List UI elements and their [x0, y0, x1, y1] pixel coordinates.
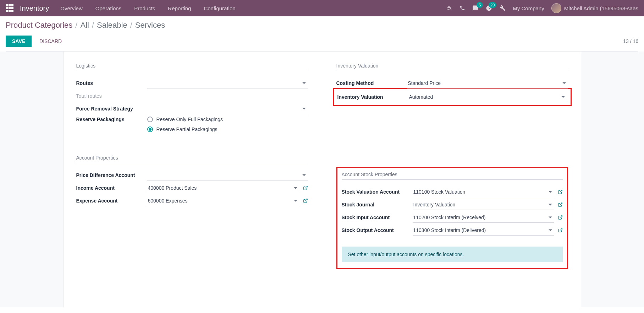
app-title[interactable]: Inventory [20, 4, 49, 12]
form-sheet: Logistics Routes Total routes Force Remo… [63, 52, 581, 307]
activities-badge: 29 [489, 2, 496, 8]
label-stock-journal: Stock Journal [342, 202, 413, 207]
costing-method-select[interactable]: Standard Price [407, 78, 568, 88]
reserve-packagings-radio-group: Reserve Only Full Packagings Reserve Par… [147, 117, 308, 132]
radio-reserve-full[interactable]: Reserve Only Full Packagings [147, 117, 308, 122]
section-account-properties: Account Properties [76, 155, 308, 163]
user-name: Mitchell Admin (15695063-saas [564, 5, 638, 11]
radio-icon [147, 117, 153, 122]
info-alert: Set other input/output accounts on speci… [342, 247, 563, 262]
top-navbar: Inventory Overview Operations Products R… [0, 0, 644, 16]
external-link-icon[interactable] [558, 215, 563, 220]
force-removal-select[interactable] [147, 104, 308, 114]
label-costing-method: Costing Method [336, 80, 407, 86]
section-logistics: Logistics [76, 63, 308, 71]
label-income-account: Income Account [76, 185, 147, 191]
label-force-removal: Force Removal Strategy [76, 106, 147, 112]
radio-icon [147, 126, 153, 132]
label-stock-valuation: Stock Valuation Account [342, 189, 413, 195]
control-panel: Product Categories / All / Saleable / Se… [0, 16, 644, 52]
save-button[interactable]: SAVE [6, 36, 32, 47]
external-link-icon[interactable] [558, 189, 563, 194]
avatar [551, 3, 561, 13]
pager[interactable]: 13 / 16 [623, 38, 638, 44]
tools-icon[interactable] [499, 5, 506, 11]
bug-icon[interactable] [446, 5, 452, 11]
discard-button[interactable]: DISCARD [36, 36, 65, 47]
label-expense-account: Expense Account [76, 198, 147, 204]
label-inventory-valuation: Inventory Valuation [337, 94, 408, 100]
stock-output-select[interactable]: 110300 Stock Interim (Delivered) [413, 225, 554, 236]
routes-select[interactable] [147, 78, 308, 88]
radio-reserve-partial[interactable]: Reserve Partial Packagings [147, 126, 308, 132]
label-routes: Routes [76, 80, 147, 86]
breadcrumb-all[interactable]: All [80, 21, 89, 30]
phone-icon[interactable] [459, 5, 465, 11]
price-diff-select[interactable] [147, 170, 308, 180]
nav-configuration[interactable]: Configuration [204, 5, 235, 11]
nav-reporting[interactable]: Reporting [168, 5, 191, 11]
income-account-select[interactable]: 400000 Product Sales [147, 183, 299, 193]
apps-icon[interactable] [6, 4, 13, 12]
stock-valuation-select[interactable]: 110100 Stock Valuation [413, 187, 554, 197]
label-total-routes: Total routes [76, 93, 147, 99]
breadcrumb: Product Categories / All / Saleable / Se… [6, 21, 638, 30]
nav-overview[interactable]: Overview [60, 5, 83, 11]
external-link-icon[interactable] [558, 228, 563, 233]
company-switcher[interactable]: My Company [513, 5, 544, 11]
expense-account-select[interactable]: 600000 Expenses [147, 196, 299, 206]
label-reserve-packagings: Reserve Packagings [76, 117, 147, 122]
external-link-icon[interactable] [303, 185, 308, 190]
stock-input-select[interactable]: 110200 Stock Interim (Received) [413, 212, 554, 223]
section-inventory-valuation: Inventory Valuation [336, 63, 568, 71]
highlight-inventory-valuation: Inventory Valuation Automated [333, 88, 572, 106]
nav-operations[interactable]: Operations [95, 5, 121, 11]
external-link-icon[interactable] [558, 202, 563, 207]
highlight-account-stock: Account Stock Properties Stock Valuation… [336, 167, 568, 269]
external-link-icon[interactable] [303, 198, 308, 203]
messages-icon[interactable]: 5 [472, 5, 479, 11]
messages-badge: 5 [477, 2, 483, 8]
label-stock-output: Stock Output Account [342, 227, 413, 233]
breadcrumb-services: Services [135, 21, 165, 30]
label-stock-input: Stock Input Account [342, 215, 413, 220]
stock-journal-select[interactable]: Inventory Valuation [413, 200, 554, 210]
nav-products[interactable]: Products [134, 5, 155, 11]
breadcrumb-saleable[interactable]: Saleable [97, 21, 127, 30]
breadcrumb-root[interactable]: Product Categories [6, 21, 72, 30]
activities-icon[interactable]: 29 [486, 5, 492, 11]
section-account-stock: Account Stock Properties [342, 172, 563, 180]
nav-menu: Overview Operations Products Reporting C… [60, 5, 235, 11]
user-menu[interactable]: Mitchell Admin (15695063-saas [551, 3, 638, 13]
label-price-diff: Price Difference Account [76, 172, 147, 178]
inventory-valuation-select[interactable]: Automated [408, 92, 567, 102]
